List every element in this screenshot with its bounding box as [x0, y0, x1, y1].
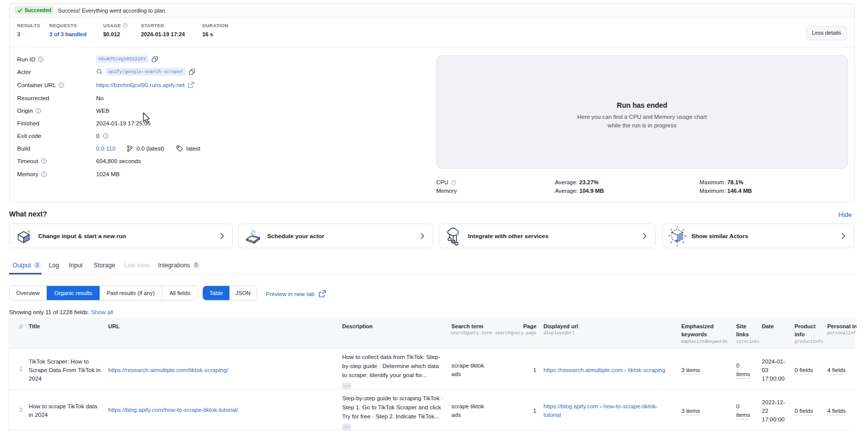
- svg-text:?: ?: [453, 180, 455, 184]
- svg-text:?: ?: [124, 24, 126, 27]
- svg-text:?: ?: [40, 57, 42, 61]
- svg-text:?: ?: [105, 134, 107, 137]
- svg-text:?: ?: [60, 83, 62, 87]
- svg-text:?: ?: [37, 109, 39, 112]
- svg-text:?: ?: [43, 172, 45, 176]
- svg-text:?: ?: [43, 159, 45, 163]
